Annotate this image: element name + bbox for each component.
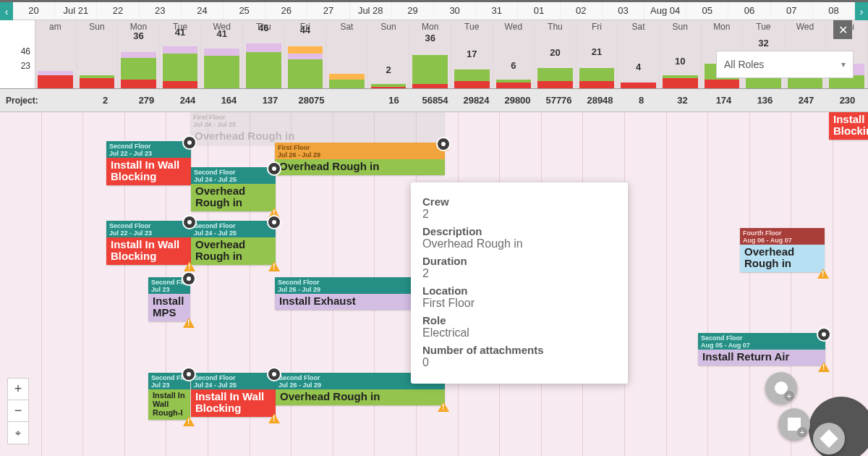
- zoom-fit-button[interactable]: ⌖: [8, 422, 28, 444]
- task-card[interactable]: First FloorJul 24 - Jul 25Overhead Rough…: [190, 112, 445, 145]
- task-card[interactable]: First FloorJul 26 - Jul 29Overhead Rough…: [275, 143, 445, 175]
- ruler-date-cell[interactable]: 02: [561, 2, 603, 20]
- roles-dropdown[interactable]: All Roles ▾: [716, 51, 854, 78]
- add-dependency-fab[interactable]: [813, 423, 845, 455]
- ruler-date-cell[interactable]: 29: [392, 2, 434, 20]
- pin-icon[interactable]: [436, 137, 451, 151]
- day-of-week-label: Thu: [535, 22, 576, 32]
- ruler-date-cell[interactable]: 07: [771, 2, 813, 20]
- add-task-fab[interactable]: +: [778, 408, 810, 440]
- task-details-popover: Crew2DescriptionOverhead Rough inDuratio…: [411, 182, 628, 384]
- ruler-date-cell[interactable]: Jul 21: [55, 2, 97, 20]
- task-card[interactable]: Second FloorJul 24 - Jul 25Install In Wa…: [191, 373, 276, 417]
- project-cell: 247: [786, 89, 827, 111]
- pin-icon[interactable]: [182, 367, 196, 381]
- ruler-date-cell[interactable]: 08: [813, 2, 855, 20]
- close-histogram-button[interactable]: ✕: [833, 20, 852, 39]
- ruler-date-cell[interactable]: 22: [97, 2, 139, 20]
- ruler-date-cell[interactable]: Jul 28: [350, 2, 392, 20]
- day-of-week-label: Mon: [702, 22, 743, 32]
- day-of-week-label: Tue: [451, 22, 493, 32]
- histogram-value-label: 10: [660, 56, 701, 67]
- task-header: Second FloorJul 22 - Jul 23: [106, 141, 191, 158]
- histogram-value-label: 41: [201, 28, 242, 39]
- ruler-date-cell[interactable]: 01: [518, 2, 560, 20]
- popover-key: Role: [422, 314, 616, 326]
- task-title: Overhead Rough in: [275, 159, 445, 175]
- ruler-date-cell[interactable]: 03: [603, 2, 644, 20]
- pin-icon[interactable]: [267, 367, 281, 381]
- ruler-date-cell[interactable]: 26: [265, 2, 307, 20]
- task-title: Overhead Rough in: [740, 245, 825, 272]
- warning-icon: [438, 402, 449, 412]
- task-card[interactable]: Second FloorJul 22 - Jul 23Install In Wa…: [106, 221, 191, 265]
- day-of-week-label: Sun: [77, 22, 118, 32]
- pin-icon[interactable]: [182, 271, 196, 286]
- day-of-week-label: am: [35, 22, 76, 32]
- project-cell: 57776: [538, 89, 579, 111]
- project-cell: 230: [827, 89, 868, 111]
- histogram-value-label: 2: [368, 64, 409, 75]
- histogram-bar: [663, 75, 698, 88]
- warning-icon: [817, 269, 829, 279]
- task-title: Install Return Air: [698, 350, 825, 366]
- ruler-date-cell[interactable]: 31: [476, 2, 518, 20]
- task-card[interactable]: Second FloorAug 05 - Aug 07Install Retur…: [698, 333, 825, 366]
- ruler-date-cell[interactable]: 27: [307, 2, 349, 20]
- popover-key: Crew: [422, 195, 616, 208]
- histogram-day-column: Sat: [326, 20, 368, 88]
- histogram-value-label: 17: [451, 48, 493, 59]
- ruler-date-cell[interactable]: 20: [13, 2, 55, 20]
- pin-icon[interactable]: [267, 161, 281, 176]
- project-cell: 136: [744, 89, 786, 111]
- task-card[interactable]: Second FloorJul 24 - Jul 25Overhead Roug…: [191, 167, 276, 211]
- zoom-out-button[interactable]: −: [8, 400, 28, 422]
- task-card[interactable]: Install Blockin: [829, 112, 868, 140]
- pin-icon[interactable]: [182, 215, 197, 229]
- histogram-bar: [246, 43, 281, 88]
- task-header: First FloorJul 24 - Jul 25: [190, 112, 445, 129]
- histogram-day-column: Mon36: [409, 20, 451, 88]
- ruler-date-cell[interactable]: Aug 04: [644, 2, 686, 20]
- ruler-date-cell[interactable]: 30: [434, 2, 476, 20]
- histogram-scale: 46 23: [0, 46, 35, 75]
- pin-icon[interactable]: [182, 135, 197, 150]
- project-cell: 164: [208, 89, 250, 111]
- project-cell: 2: [85, 89, 126, 111]
- ruler-date-cell[interactable]: 24: [182, 2, 224, 20]
- task-header: Second FloorJul 24 - Jul 25: [191, 221, 276, 237]
- task-header: Second FloorAug 05 - Aug 07: [698, 333, 825, 350]
- ruler-date-cell[interactable]: 23: [140, 2, 182, 20]
- histogram-value-label: 41: [160, 27, 201, 38]
- ruler-date-cell[interactable]: 06: [728, 2, 770, 20]
- task-title: Install Blockin: [829, 112, 868, 140]
- popover-value: Electrical: [422, 326, 616, 339]
- task-card[interactable]: Fourth FloorAug 06 - Aug 07Overhead Roug…: [740, 228, 825, 272]
- ruler-date-cell[interactable]: 25: [224, 2, 265, 20]
- ruler-next-button[interactable]: ›: [855, 2, 868, 20]
- day-of-week-label: Sun: [368, 22, 409, 32]
- ruler-prev-button[interactable]: ‹: [0, 2, 13, 20]
- pin-icon[interactable]: [267, 215, 281, 229]
- histogram-bar: [454, 69, 490, 88]
- task-card[interactable]: Second FloorJul 24 - Jul 25Overhead Roug…: [191, 221, 276, 265]
- pin-icon[interactable]: [817, 327, 831, 342]
- task-title: Install In Wall Blocking: [191, 389, 276, 417]
- warning-icon: [818, 362, 830, 372]
- task-title: Overhead Rough in: [276, 389, 445, 405]
- histogram-bar: [371, 84, 407, 88]
- histogram-bar: [163, 46, 198, 88]
- day-of-week-label: Mon: [409, 22, 451, 32]
- day-of-week-label: Wed: [493, 22, 535, 32]
- histogram-value-label: 32: [743, 38, 784, 48]
- task-title: Install In Wall Blocking: [106, 237, 191, 265]
- task-card[interactable]: Second FloorJul 22 - Jul 23Install In Wa…: [106, 141, 191, 185]
- task-card[interactable]: Second FloorJul 23Install MPS: [148, 277, 190, 321]
- task-title: Install In Wall Rough-I: [148, 389, 190, 420]
- histogram-value-label: 36: [409, 33, 451, 43]
- day-of-week-label: Sat: [326, 22, 367, 32]
- add-milestone-fab[interactable]: +: [765, 372, 797, 404]
- task-card[interactable]: Second FloorJul 23Install In Wall Rough-…: [148, 373, 190, 420]
- zoom-in-button[interactable]: +: [8, 379, 28, 400]
- ruler-date-cell[interactable]: 05: [686, 2, 728, 20]
